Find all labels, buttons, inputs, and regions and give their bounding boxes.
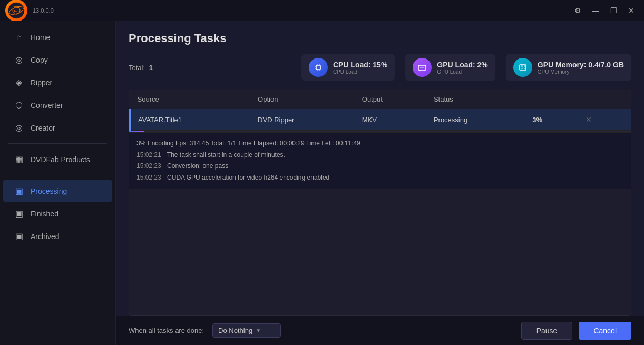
app-layout: ⌂ Home ◎ Copy ◈ Ripper ⬡ Converter ◎ Cre… <box>0 21 644 345</box>
sidebar-item-finished[interactable]: ▣ Finished <box>3 203 112 224</box>
copy-icon: ◎ <box>14 55 24 65</box>
sidebar-label-converter: Converter <box>31 101 63 110</box>
close-button[interactable]: ✕ <box>624 5 639 16</box>
sidebar-label-finished: Finished <box>31 210 58 218</box>
bottom-actions: Pause Cancel <box>521 322 631 340</box>
svg-rect-17 <box>420 67 424 68</box>
title-bar: DVD fab 13.0.0.0 ⚙ — ❐ ✕ <box>0 0 644 21</box>
memory-stat-info: GPU Memory: 0.4/7.0 GB GPU Memory <box>538 61 624 75</box>
table-header-row: Source Option Output Status <box>130 90 631 109</box>
creator-icon: ◎ <box>14 123 24 133</box>
archived-icon: ▣ <box>14 231 24 241</box>
sidebar-divider <box>8 143 107 144</box>
gpu-stat-card: GPU Load: 2% GPU Load <box>405 54 495 81</box>
sidebar-label-processing: Processing <box>31 187 67 195</box>
when-done-label: When all tasks are done: <box>129 327 204 334</box>
sidebar-label-ripper: Ripper <box>31 78 52 87</box>
converter-icon: ⬡ <box>14 100 24 110</box>
pause-button[interactable]: Pause <box>521 322 573 340</box>
sidebar-label-dvdfab-products: DVDFab Products <box>31 155 90 164</box>
settings-button[interactable]: ⚙ <box>570 5 585 16</box>
task-delete-cell: ✕ <box>575 109 631 131</box>
cpu-value: CPU Load: 15% <box>333 61 387 69</box>
sidebar-label-archived: Archived <box>31 232 59 241</box>
sidebar-divider-2 <box>8 175 107 175</box>
sidebar-item-dvdfab-products[interactable]: ▦ DVDFab Products <box>3 149 112 170</box>
cpu-stat-info: CPU Load: 15% CPU Load <box>333 61 387 75</box>
app-version: 13.0.0.0 <box>33 7 54 14</box>
memory-stat-card: GPU Memory: 0.4/7.0 GB GPU Memory <box>506 54 631 81</box>
gpu-value: GPU Load: 2% <box>437 61 487 69</box>
sidebar-item-copy[interactable]: ◎ Copy <box>3 49 112 71</box>
bottom-bar: When all tasks are done: Do Nothing ▼ Pa… <box>116 316 644 345</box>
sidebar-item-creator[interactable]: ◎ Creator <box>3 117 112 139</box>
col-output: Output <box>355 90 426 109</box>
svg-text:DVD: DVD <box>14 6 19 9</box>
sidebar-label-creator: Creator <box>31 124 55 132</box>
sidebar: ⌂ Home ◎ Copy ◈ Ripper ⬡ Converter ◎ Cre… <box>0 21 116 345</box>
task-option: DVD Ripper <box>250 109 355 131</box>
sidebar-item-archived[interactable]: ▣ Archived <box>3 225 112 247</box>
col-progress <box>525 90 575 109</box>
page-title: Processing Tasks <box>129 32 631 45</box>
sidebar-item-ripper[interactable]: ◈ Ripper <box>3 72 112 93</box>
processing-icon: ▣ <box>14 186 24 196</box>
sidebar-item-converter[interactable]: ⬡ Converter <box>3 94 112 116</box>
finished-icon: ▣ <box>14 209 24 219</box>
sidebar-label-home: Home <box>31 33 50 42</box>
memory-value: GPU Memory: 0.4/7.0 GB <box>538 61 624 69</box>
main-content: Processing Tasks Total: 1 CPU Load: 15% … <box>116 21 644 345</box>
task-source: AVATAR.Title1 <box>130 109 251 131</box>
task-status: Processing <box>426 109 525 131</box>
cpu-icon <box>309 58 328 77</box>
log-area: 3% Encoding Fps: 314.45 Total: 1/1 Time … <box>129 132 631 189</box>
task-table: Source Option Output Status AVATAR.Title… <box>129 90 631 131</box>
gpu-icon <box>413 58 432 77</box>
svg-rect-5 <box>316 65 320 70</box>
log-entry-0: 3% Encoding Fps: 314.45 Total: 1/1 Time … <box>136 138 623 150</box>
svg-text:fab: fab <box>14 9 19 13</box>
col-option: Option <box>250 90 355 109</box>
ripper-icon: ◈ <box>14 77 24 87</box>
gpu-stat-info: GPU Load: 2% GPU Load <box>437 61 487 75</box>
task-table-container: Source Option Output Status AVATAR.Title… <box>129 90 631 316</box>
col-action <box>575 90 631 109</box>
cpu-label: CPU Load <box>333 69 387 75</box>
task-output: MKV <box>355 109 426 131</box>
restore-button[interactable]: ❐ <box>606 5 621 16</box>
memory-icon <box>513 58 532 77</box>
log-entry-1: 15:02:21 The task shall start in a coupl… <box>136 150 623 161</box>
cancel-button[interactable]: Cancel <box>579 322 631 340</box>
sidebar-item-home[interactable]: ⌂ Home <box>3 27 112 48</box>
app-logo: DVD fab <box>5 0 27 22</box>
sidebar-item-processing[interactable]: ▣ Processing <box>3 180 112 202</box>
task-progress: 3% <box>525 109 575 131</box>
minimize-button[interactable]: — <box>588 5 603 16</box>
table-row[interactable]: AVATAR.Title1 DVD Ripper MKV Processing … <box>130 109 631 131</box>
cpu-stat-card: CPU Load: 15% CPU Load <box>301 54 395 81</box>
stats-right: CPU Load: 15% CPU Load GPU Load: 2% GPU … <box>301 54 631 81</box>
title-bar-left: DVD fab 13.0.0.0 <box>5 0 54 22</box>
stats-row: Total: 1 CPU Load: 15% CPU Load <box>129 54 631 81</box>
home-icon: ⌂ <box>14 33 24 42</box>
gpu-label: GPU Load <box>437 69 487 75</box>
log-entry-2: 15:02:23 Conversion: one pass <box>136 161 623 172</box>
log-entry-3: 15:02:23 CUDA GPU acceleration for video… <box>136 172 623 184</box>
sidebar-label-copy: Copy <box>31 56 48 64</box>
dvdfab-products-icon: ▦ <box>14 154 24 164</box>
do-nothing-select[interactable]: Do Nothing ▼ <box>212 323 281 338</box>
dropdown-arrow-icon: ▼ <box>256 328 261 333</box>
col-status: Status <box>426 90 525 109</box>
task-delete-button[interactable]: ✕ <box>582 114 595 125</box>
memory-label: GPU Memory <box>538 69 624 75</box>
total-label: Total: 1 <box>129 64 153 72</box>
title-bar-controls: ⚙ — ❐ ✕ <box>570 5 639 16</box>
col-source: Source <box>130 90 251 109</box>
